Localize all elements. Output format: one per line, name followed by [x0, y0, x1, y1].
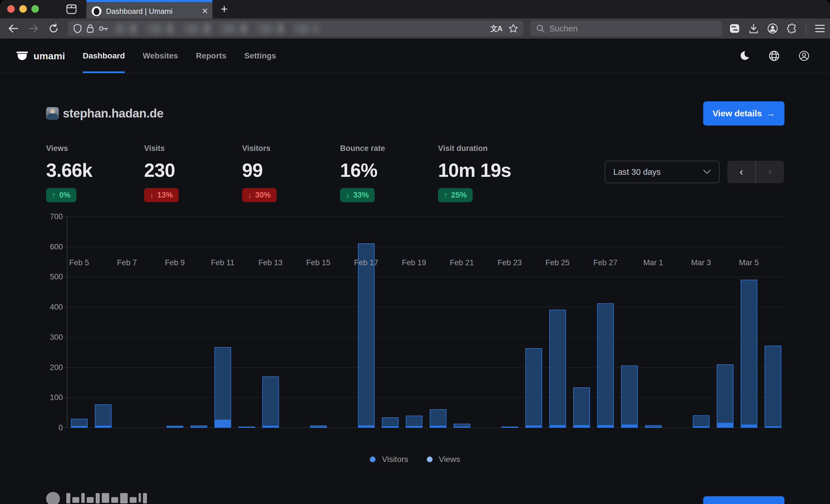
bar-mar-3[interactable] [693, 415, 709, 428]
bookmark-star-icon[interactable] [508, 24, 518, 33]
y-tick [63, 397, 67, 398]
tab-close-icon[interactable]: ✕ [202, 7, 209, 15]
umami-brand[interactable]: umami [16, 39, 65, 73]
second-website-favicon [46, 492, 60, 504]
window-zoom-button[interactable] [31, 5, 39, 13]
bar-feb-18[interactable] [382, 417, 398, 428]
bar-feb-10[interactable] [191, 425, 207, 428]
nav-reports[interactable]: Reports [196, 39, 226, 73]
window-minimize-button[interactable] [19, 5, 27, 13]
bar-mar-1[interactable] [645, 425, 662, 428]
x-axis-tick-label: Feb 7 [117, 258, 137, 267]
app-navbar: umami Dashboard Websites Reports Setting… [0, 39, 830, 73]
theme-moon-icon[interactable] [739, 51, 750, 61]
bar-visitors-segment [693, 426, 709, 428]
change-badge: ↓13% [144, 188, 179, 202]
url-bar[interactable]: 文A [68, 21, 523, 36]
search-icon [536, 24, 545, 33]
bar-feb-26[interactable] [573, 388, 590, 428]
bar-mar-6[interactable] [765, 346, 781, 428]
bar-visitors-segment [502, 427, 518, 428]
bar-feb-13[interactable] [262, 376, 279, 428]
browser-toolbar: 文A Suchen [0, 19, 830, 39]
firefox-view-icon[interactable] [66, 4, 77, 15]
x-axis-tick-label: Feb 15 [306, 258, 330, 267]
bar-feb-21[interactable] [454, 424, 470, 428]
bar-visitors-segment [95, 426, 111, 428]
bar-feb-5[interactable] [71, 419, 88, 428]
y-axis-tick-label: 600 [37, 242, 63, 251]
extensions-puzzle-icon[interactable] [787, 23, 797, 34]
nav-dashboard[interactable]: Dashboard [83, 39, 125, 73]
metric-bounce-rate: Bounce rate 16% ↓33% [340, 144, 435, 202]
bar-feb-11[interactable] [215, 347, 231, 428]
y-axis-tick-label: 100 [37, 393, 63, 402]
bar-visitors-segment [430, 426, 446, 428]
back-icon[interactable] [7, 22, 20, 35]
nav-websites[interactable]: Websites [143, 39, 178, 73]
lock-icon[interactable] [87, 24, 94, 33]
bar-visitors-segment [741, 425, 757, 428]
arrow-up-icon: ↑ [444, 191, 448, 200]
y-tick [63, 337, 67, 338]
bar-feb-6[interactable] [95, 404, 111, 428]
search-bar[interactable]: Suchen [530, 21, 722, 36]
window-close-button[interactable] [7, 5, 15, 13]
x-axis-tick-label: Feb 9 [165, 258, 185, 267]
bar-visitors-segment [382, 426, 398, 428]
x-axis-tick-label: Feb 5 [69, 258, 89, 267]
nav-settings[interactable]: Settings [244, 39, 276, 73]
bar-feb-28[interactable] [621, 366, 638, 428]
browser-tab-active[interactable]: Dashboard | Umami ✕ [87, 0, 213, 19]
view-details-button[interactable]: View details → [703, 101, 785, 126]
gridline [67, 337, 785, 338]
next-period-button[interactable]: › [756, 161, 784, 183]
traffic-bar-chart[interactable] [67, 216, 785, 428]
bar-visitors-segment [525, 425, 542, 428]
date-pager: ‹ › [727, 161, 784, 183]
bar-visitors-segment [549, 425, 566, 428]
browser-window: Dashboard | Umami ✕ + 文A S [0, 0, 830, 504]
bar-feb-15[interactable] [310, 425, 327, 428]
bar-feb-23[interactable] [502, 427, 518, 428]
bar-mar-4[interactable] [717, 364, 733, 428]
brand-name: umami [33, 51, 65, 62]
bar-mar-5[interactable] [741, 280, 757, 428]
forward-icon[interactable] [27, 22, 40, 35]
profile-icon[interactable] [798, 50, 810, 62]
bar-feb-25[interactable] [549, 310, 566, 428]
change-badge: ↓33% [340, 188, 375, 202]
bar-visitors-segment [406, 426, 422, 428]
key-icon [99, 25, 108, 32]
tab-title: Dashboard | Umami [106, 7, 197, 16]
bar-feb-24[interactable] [525, 348, 542, 428]
account-icon[interactable] [767, 23, 778, 34]
bar-feb-9[interactable] [167, 426, 183, 428]
reload-icon[interactable] [47, 22, 60, 35]
bar-feb-17[interactable] [358, 243, 375, 428]
bar-visitors-segment [71, 426, 88, 428]
shield-icon[interactable] [73, 24, 82, 33]
date-range-select[interactable]: Last 30 days [605, 161, 720, 183]
arrow-down-icon: ↓ [248, 191, 252, 200]
download-icon[interactable] [749, 23, 759, 34]
new-tab-button[interactable]: + [217, 2, 232, 17]
x-axis-tick-label: Feb 11 [211, 258, 234, 267]
bar-feb-19[interactable] [406, 415, 422, 428]
legend-item-visitors[interactable]: Visitors [370, 455, 408, 464]
translate-icon[interactable]: 文A [490, 24, 502, 34]
sidebar-panel-icon[interactable] [729, 23, 740, 34]
bar-feb-27[interactable] [597, 303, 614, 428]
arrow-right-icon: → [767, 108, 775, 119]
toolbar-separator [806, 23, 806, 34]
bar-visitors-segment [358, 425, 375, 428]
legend-item-views[interactable]: Views [427, 455, 460, 464]
y-axis-tick-label: 500 [37, 272, 63, 281]
bar-feb-20[interactable] [430, 409, 446, 428]
bar-feb-12[interactable] [238, 427, 255, 428]
second-view-details-button[interactable] [703, 496, 785, 504]
tab-bar: Dashboard | Umami ✕ + [0, 0, 830, 19]
prev-period-button[interactable]: ‹ [727, 161, 755, 183]
language-globe-icon[interactable] [768, 50, 780, 62]
menu-hamburger-icon[interactable] [815, 25, 825, 33]
